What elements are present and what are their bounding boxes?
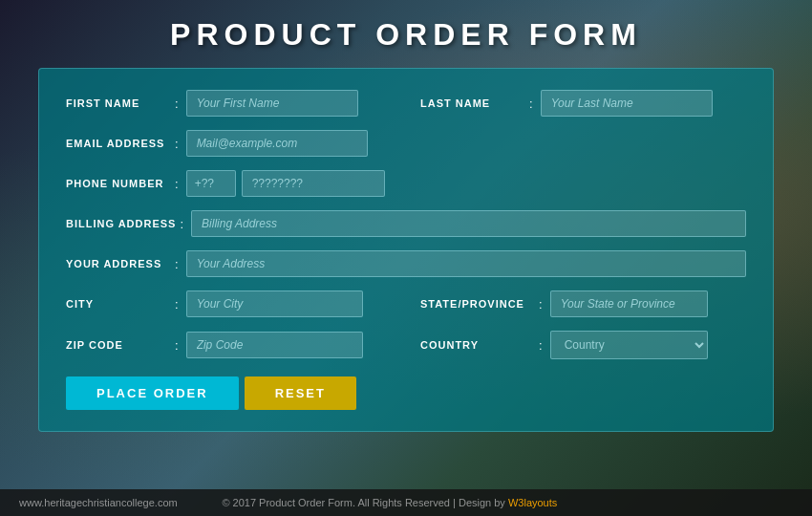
first-name-input[interactable] [186,90,358,117]
address-label: YOUR ADDRESS [66,258,171,269]
footer-copyright: © 2017 Product Order Form. All Rights Re… [178,497,602,508]
city-label: CITY [66,298,171,310]
first-name-label: FIRST NAME [66,97,171,109]
city-input[interactable] [186,290,363,317]
email-input[interactable] [186,130,368,157]
zip-country-row: ZIP CODE : COUNTRY : CountryUnited State… [66,331,746,359]
email-colon: : [175,137,179,151]
zip-input[interactable] [186,332,363,358]
footer-copyright-text: © 2017 Product Order Form. All Rights Re… [222,497,504,508]
email-row: EMAIL ADDRESS : [66,130,746,157]
place-order-button[interactable]: PLACE ORDER [66,376,239,410]
state-input[interactable] [550,290,708,317]
country-group: COUNTRY : CountryUnited StatesUnited Kin… [420,331,746,359]
last-name-input[interactable] [541,90,713,117]
city-group: CITY : [66,290,392,317]
email-label: EMAIL ADDRESS [66,138,171,149]
name-row: FIRST NAME : LAST NAME : [66,90,746,117]
country-colon: : [539,338,543,353]
first-name-group: FIRST NAME : [66,90,392,117]
footer: www.heritagechristiancollege.com © 2017 … [0,489,812,516]
state-colon: : [539,297,543,312]
city-colon: : [175,297,179,312]
last-name-label: LAST NAME [420,97,525,109]
billing-label: BILLING ADDRESS [66,218,176,229]
phone-code-input[interactable] [186,170,236,197]
last-name-group: LAST NAME : [420,90,746,117]
zip-colon: : [175,338,179,353]
phone-row: PHONE NUMBER : [66,170,746,197]
billing-input[interactable] [191,210,746,237]
address-colon: : [175,257,179,271]
page-title: PRODUCT ORDER FORM [170,17,642,53]
form-container: FIRST NAME : LAST NAME : EMAIL ADDRESS :… [38,68,774,432]
billing-colon: : [180,217,183,231]
footer-website: www.heritagechristiancollege.com [19,497,178,508]
address-row: YOUR ADDRESS : [66,250,746,277]
address-input[interactable] [186,250,746,277]
main-content: PRODUCT ORDER FORM FIRST NAME : LAST NAM… [0,0,812,516]
buttons-row: PLACE ORDER RESET [66,376,746,410]
last-name-colon: : [529,97,533,111]
phone-label: PHONE NUMBER [66,178,171,189]
reset-button[interactable]: RESET [245,376,356,410]
country-select[interactable]: CountryUnited StatesUnited KingdomCanada… [550,331,708,359]
zip-label: ZIP CODE [66,339,171,351]
country-label: COUNTRY [420,339,535,351]
state-label: STATE/PROVINCE [420,298,535,310]
state-group: STATE/PROVINCE : [420,290,746,317]
footer-link[interactable]: W3layouts [508,497,557,508]
billing-row: BILLING ADDRESS : [66,210,746,237]
first-name-colon: : [175,97,179,111]
city-state-row: CITY : STATE/PROVINCE : [66,290,746,317]
phone-colon: : [175,177,179,191]
zip-group: ZIP CODE : [66,332,392,358]
phone-number-input[interactable] [242,170,385,197]
